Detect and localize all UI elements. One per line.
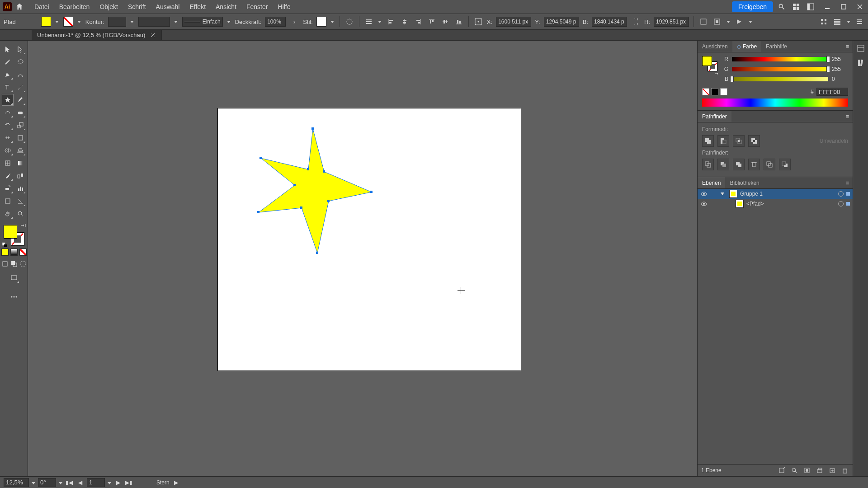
graph-setup-icon[interactable] <box>819 17 829 27</box>
swap-color-icon[interactable] <box>714 71 720 78</box>
menu-schrift[interactable]: Schrift <box>123 0 151 14</box>
tab-ausrichten[interactable]: Ausrichten <box>698 41 732 52</box>
link-wh-icon[interactable] <box>631 17 641 27</box>
tab-bibliotheken[interactable]: Bibliotheken <box>725 177 764 188</box>
stroke-swatch[interactable] <box>63 17 73 27</box>
tab-pathfinder[interactable]: Pathfinder <box>698 111 731 122</box>
x-input[interactable] <box>496 17 531 27</box>
artboard-tool[interactable] <box>2 195 14 207</box>
properties-panel-icon[interactable] <box>856 43 866 53</box>
more-options-icon[interactable] <box>734 17 744 27</box>
magic-wand-tool[interactable] <box>2 56 14 68</box>
canvas[interactable] <box>28 41 697 476</box>
pen-tool[interactable] <box>2 69 14 80</box>
share-button[interactable]: Freigeben <box>732 1 773 12</box>
g-slider[interactable] <box>732 67 828 71</box>
brush-definition[interactable]: Einfach <box>182 17 223 27</box>
shaper-tool[interactable] <box>2 107 14 118</box>
perspective-grid-tool[interactable] <box>14 145 26 156</box>
transform-reference-icon[interactable] <box>473 17 483 27</box>
zoom-dropdown[interactable] <box>32 479 35 486</box>
target-icon[interactable] <box>838 191 844 197</box>
color-fill-stroke[interactable] <box>702 56 717 71</box>
artboard-dropdown[interactable] <box>108 479 111 486</box>
maximize-button[interactable] <box>838 2 849 11</box>
zoom-tool[interactable] <box>14 208 26 220</box>
align-top-icon[interactable] <box>427 17 437 27</box>
locate-object-icon[interactable] <box>778 466 786 474</box>
star-tool[interactable] <box>2 94 14 106</box>
mesh-tool[interactable] <box>2 157 14 169</box>
preferences-dropdown[interactable] <box>846 17 851 27</box>
close-tab-icon[interactable] <box>150 32 156 38</box>
none-color-icon[interactable] <box>702 88 709 95</box>
more-options-dropdown[interactable] <box>748 17 753 27</box>
fill-dropdown[interactable] <box>55 17 60 27</box>
shape-props-icon[interactable] <box>698 17 708 27</box>
close-button[interactable] <box>854 2 865 11</box>
pathfinder-panel-menu-icon[interactable]: ≡ <box>842 113 853 120</box>
fill-swatch[interactable] <box>41 17 51 27</box>
minus-back-button[interactable] <box>779 159 791 170</box>
align-menu-dropdown[interactable] <box>377 17 382 27</box>
color-spectrum[interactable] <box>702 99 848 107</box>
draw-inside-icon[interactable] <box>19 260 27 267</box>
menu-auswahl[interactable]: Auswahl <box>151 0 184 14</box>
black-swatch[interactable] <box>711 88 718 95</box>
r-slider[interactable] <box>732 57 828 61</box>
make-clipping-mask-icon[interactable] <box>803 466 811 474</box>
artboard-input[interactable] <box>87 478 105 487</box>
menu-hilfe[interactable]: Hilfe <box>273 0 295 14</box>
brush-dropdown[interactable] <box>226 17 231 27</box>
default-fill-stroke-icon[interactable] <box>2 242 7 248</box>
rotate-tool[interactable] <box>2 119 14 131</box>
crop-button[interactable] <box>748 159 760 170</box>
intersect-button[interactable] <box>733 135 745 147</box>
r-value[interactable]: 255 <box>832 56 848 62</box>
symbol-sprayer-tool[interactable] <box>2 183 14 194</box>
slice-tool[interactable] <box>14 195 26 207</box>
graphic-style-dropdown[interactable] <box>330 17 335 27</box>
edit-toolbar-icon[interactable] <box>8 291 20 303</box>
prev-artboard-icon[interactable]: ◀ <box>76 479 84 487</box>
status-popup-icon[interactable]: ▶ <box>172 479 180 487</box>
direct-selection-tool[interactable] <box>14 43 26 55</box>
document-tab[interactable]: Unbenannt-1* @ 12,5 % (RGB/Vorschau) <box>32 30 162 40</box>
opacity-input[interactable] <box>265 17 286 27</box>
layer-row-group[interactable]: Gruppe 1 <box>698 189 853 199</box>
free-transform-tool[interactable] <box>14 132 26 144</box>
eyedropper-tool[interactable] <box>2 170 14 182</box>
target-icon[interactable] <box>838 201 844 206</box>
b-value[interactable]: 0 <box>832 76 848 82</box>
first-artboard-icon[interactable]: ▮◀ <box>65 479 73 487</box>
isolate-icon[interactable] <box>712 17 722 27</box>
menu-datei[interactable]: Datei <box>30 0 54 14</box>
divide-button[interactable] <box>702 159 714 170</box>
merge-button[interactable] <box>733 159 745 170</box>
lasso-tool[interactable] <box>14 56 26 68</box>
draw-normal-icon[interactable] <box>1 260 9 267</box>
menu-objekt[interactable]: Objekt <box>95 0 122 14</box>
color-mode-solid[interactable] <box>1 249 9 256</box>
tab-ebenen[interactable]: Ebenen <box>698 177 725 188</box>
menu-ansicht[interactable]: Ansicht <box>211 0 241 14</box>
color-panel-menu-icon[interactable]: ≡ <box>842 43 853 50</box>
scale-tool[interactable] <box>14 119 26 131</box>
new-sublayer-icon[interactable] <box>816 466 824 474</box>
tab-farbhilfe[interactable]: Farbhilfe <box>761 41 792 52</box>
menu-bearbeiten[interactable]: Bearbeiten <box>55 0 94 14</box>
panel-menu-icon[interactable] <box>854 17 864 27</box>
outline-button[interactable] <box>764 159 775 170</box>
gradient-tool[interactable] <box>14 157 26 169</box>
color-mode-gradient[interactable] <box>10 249 18 256</box>
align-hcenter-icon[interactable] <box>400 17 410 27</box>
twisty-icon[interactable] <box>720 192 726 196</box>
libraries-panel-icon[interactable] <box>856 58 866 68</box>
recolor-icon[interactable] <box>344 17 354 27</box>
rotate-input[interactable] <box>38 478 56 487</box>
shape-builder-tool[interactable] <box>2 145 14 156</box>
align-left-icon[interactable] <box>386 17 396 27</box>
paintbrush-tool[interactable] <box>14 94 26 106</box>
minus-front-button[interactable] <box>717 135 729 147</box>
rotate-dropdown[interactable] <box>59 479 62 486</box>
